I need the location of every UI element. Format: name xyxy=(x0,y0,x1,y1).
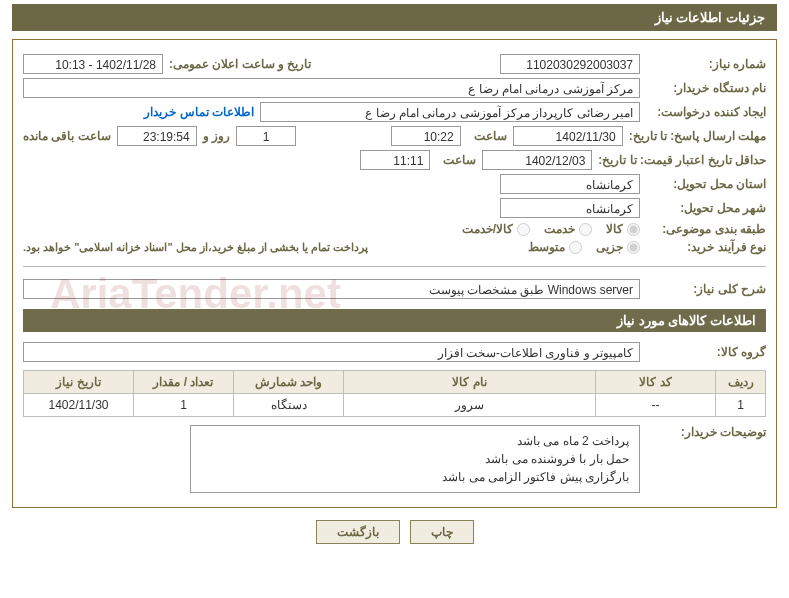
main-panel: شماره نیاز: 1102030292003037 تاریخ و ساع… xyxy=(12,39,777,508)
cell-date: 1402/11/30 xyxy=(24,394,134,417)
note-line-1: پرداخت 2 ماه می باشد xyxy=(201,432,629,450)
label-general-desc: شرح کلی نیاز: xyxy=(646,282,766,296)
label-goods-group: گروه کالا: xyxy=(646,345,766,359)
th-row: ردیف xyxy=(716,371,766,394)
field-goods-group: کامپیوتر و فناوری اطلاعات-سخت افزار xyxy=(23,342,640,362)
label-need-no: شماره نیاز: xyxy=(646,57,766,71)
th-name: نام کالا xyxy=(344,371,596,394)
purchase-note: پرداخت تمام یا بخشی از مبلغ خرید،از محل … xyxy=(23,241,368,254)
label-province: استان محل تحویل: xyxy=(646,177,766,191)
th-date: تاریخ نیاز xyxy=(24,371,134,394)
separator-1 xyxy=(23,266,766,267)
button-bar: چاپ بازگشت xyxy=(12,508,777,550)
cell-unit: دستگاه xyxy=(234,394,344,417)
buyer-notes-box: پرداخت 2 ماه می باشد حمل بار با فروشنده … xyxy=(190,425,640,493)
label-category: طبقه بندی موضوعی: xyxy=(646,222,766,236)
label-buyer-notes: توضیحات خریدار: xyxy=(646,425,766,439)
back-button[interactable]: بازگشت xyxy=(316,520,400,544)
field-city: کرمانشاه xyxy=(500,198,640,218)
label-days-and: روز و xyxy=(203,129,230,143)
cell-qty: 1 xyxy=(134,394,234,417)
field-need-no: 1102030292003037 xyxy=(500,54,640,74)
category-radios: کالا خدمت کالا/خدمت xyxy=(462,222,640,236)
cell-i: 1 xyxy=(716,394,766,417)
field-announce-dt: 1402/11/28 - 10:13 xyxy=(23,54,163,74)
radio-service[interactable]: خدمت xyxy=(544,222,592,236)
label-buyer-org: نام دستگاه خریدار: xyxy=(646,81,766,95)
label-reply-deadline: مهلت ارسال پاسخ: تا تاریخ: xyxy=(629,129,766,143)
field-reply-time: 10:22 xyxy=(391,126,461,146)
label-purchase-type: نوع فرآیند خرید: xyxy=(646,240,766,254)
cell-code: -- xyxy=(596,394,716,417)
field-buyer-org: مرکز آموزشی درمانی امام رضا ع xyxy=(23,78,640,98)
label-city: شهر محل تحویل: xyxy=(646,201,766,215)
field-province: کرمانشاه xyxy=(500,174,640,194)
th-qty: تعداد / مقدار xyxy=(134,371,234,394)
label-time-2: ساعت xyxy=(436,153,476,167)
print-button[interactable]: چاپ xyxy=(410,520,474,544)
radio-medium[interactable]: متوسط xyxy=(528,240,582,254)
radio-goods-service[interactable]: کالا/خدمت xyxy=(462,222,530,236)
field-quote-time: 11:11 xyxy=(360,150,430,170)
field-quote-date: 1402/12/03 xyxy=(482,150,592,170)
goods-table: ردیف کد کالا نام کالا واحد شمارش تعداد /… xyxy=(23,370,766,417)
th-code: کد کالا xyxy=(596,371,716,394)
label-remain: ساعت باقی مانده xyxy=(23,129,111,143)
buyer-contact-link[interactable]: اطلاعات تماس خریدار xyxy=(144,105,254,119)
label-announce-dt: تاریخ و ساعت اعلان عمومی: xyxy=(169,57,311,71)
field-requester: امیر رضائی کارپرداز مرکز آموزشی درمانی ا… xyxy=(260,102,640,122)
field-general-desc: Windows server طبق مشخصات پیوست xyxy=(23,279,640,299)
label-quote-validity: حداقل تاریخ اعتبار قیمت: تا تاریخ: xyxy=(598,153,766,167)
page-title: جزئیات اطلاعات نیاز xyxy=(12,4,777,31)
cell-name: سرور xyxy=(344,394,596,417)
note-line-2: حمل بار با فروشنده می باشد xyxy=(201,450,629,468)
purchase-radios: جزیی متوسط xyxy=(528,240,640,254)
goods-section-header: اطلاعات کالاهای مورد نیاز xyxy=(23,309,766,332)
field-remain-time: 23:19:54 xyxy=(117,126,197,146)
label-time-1: ساعت xyxy=(467,129,507,143)
th-unit: واحد شمارش xyxy=(234,371,344,394)
note-line-3: بارگزاری پیش فاکتور الزامی می باشد xyxy=(201,468,629,486)
label-requester: ایجاد کننده درخواست: xyxy=(646,105,766,119)
radio-goods[interactable]: کالا xyxy=(606,222,640,236)
radio-partial[interactable]: جزیی xyxy=(596,240,640,254)
table-header-row: ردیف کد کالا نام کالا واحد شمارش تعداد /… xyxy=(24,371,766,394)
table-row: 1 -- سرور دستگاه 1 1402/11/30 xyxy=(24,394,766,417)
field-remain-days: 1 xyxy=(236,126,296,146)
field-reply-date: 1402/11/30 xyxy=(513,126,623,146)
